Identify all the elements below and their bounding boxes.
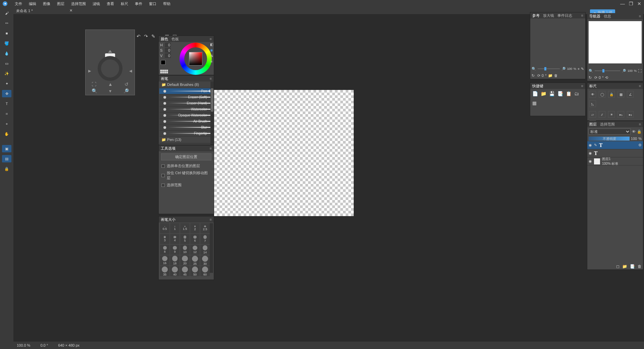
menu-filter[interactable]: 滤镜 [89, 0, 103, 7]
nav-reset-icon[interactable]: ↺ [125, 82, 129, 87]
blend-mode-select[interactable]: 标准 [589, 129, 631, 135]
nav-arrow-right-icon[interactable]: ◀ [129, 69, 132, 73]
tab-close-icon[interactable]: ✕ [69, 8, 72, 13]
ruler-grid-icon[interactable]: ▦ [617, 91, 624, 98]
brush-size-cell[interactable]: 2.5 [200, 223, 210, 233]
rotate-icon[interactable]: ↻ [532, 73, 535, 78]
new-folder-icon[interactable]: 📁 [622, 264, 627, 269]
option-ctrl-move[interactable]: 按住 Ctrl 键切换到移动图层 [159, 169, 214, 182]
color-list-icon[interactable]: ≡ [211, 60, 213, 63]
nav-arrow-left-icon[interactable]: ▶ [88, 69, 91, 73]
eyedrop-icon[interactable]: ⌖ [578, 67, 580, 71]
brush-size-cell[interactable]: 1 [170, 223, 180, 233]
tool-rect[interactable]: ■ [2, 30, 11, 37]
window-close-icon[interactable]: ✕ [637, 1, 641, 6]
brush-size-cell[interactable]: 5 [180, 234, 190, 244]
tool-brush[interactable]: 🖌 [2, 9, 11, 17]
tool-eyedropper[interactable]: ⌖ [2, 120, 11, 128]
panel-menu-icon[interactable]: ≡ [639, 14, 641, 18]
pen-icon[interactable]: ✎ [581, 67, 584, 71]
brush-size-cell[interactable]: 50 [190, 266, 200, 276]
menu-help[interactable]: 帮助 [160, 0, 174, 7]
tool-watercolor[interactable]: 💧 [2, 50, 11, 57]
duplicate-layer-icon[interactable]: 📑 [630, 264, 635, 269]
option-click-layer[interactable]: 选择单击位置的图层 [159, 162, 214, 169]
brush-size-cell[interactable]: 20 [180, 255, 190, 265]
tool-hand[interactable]: ✋ [2, 130, 11, 138]
nav-zoom-value[interactable]: 100 [628, 69, 633, 72]
layer-visibility-icon[interactable]: ◉ [589, 151, 592, 155]
nav-marker-up-icon[interactable]: ▲ [108, 82, 113, 87]
brush-size-cell[interactable]: 1.5 [180, 223, 190, 233]
tool-wand[interactable]: ✨ [2, 70, 11, 77]
menu-scale[interactable]: 标尺 [117, 0, 132, 7]
info-tab[interactable]: 信息 [604, 14, 611, 19]
ref-tab[interactable]: 参考 [532, 13, 540, 18]
brush-scrollbar[interactable] [210, 82, 214, 145]
menu-window[interactable]: 窗口 [146, 0, 160, 7]
menu-file[interactable]: 文件 [11, 0, 26, 7]
panel-menu-icon[interactable]: ≡ [581, 84, 583, 88]
undo-icon[interactable]: ↶ [137, 34, 141, 39]
opacity-slider[interactable]: 不透明度 [589, 137, 630, 141]
panel-menu-icon[interactable]: ≡ [639, 84, 641, 88]
tool-boxed-1[interactable]: ▣ [2, 145, 11, 152]
brush-group-pen[interactable]: 📁 Pen (13) [159, 137, 213, 143]
event-log-tab[interactable]: 事件日志 [557, 13, 572, 18]
brush-item[interactable]: Air Brush [159, 118, 213, 124]
panel-menu-icon[interactable]: ≡ [210, 77, 212, 81]
color-target-icon[interactable]: ◉ [210, 48, 213, 52]
v-value[interactable]: 0 [165, 53, 171, 58]
nav-fit-icon[interactable]: ⛶ [638, 69, 642, 73]
brush-group-default[interactable]: 📁 Default Brushes (8) [159, 82, 213, 88]
navigator-preview[interactable] [589, 21, 642, 63]
window-maximize-icon[interactable]: ❐ [629, 1, 633, 6]
brush-item[interactable]: Fingertip [159, 131, 213, 137]
delete-layer-icon[interactable]: 🗑 [638, 264, 642, 269]
ruler-p1-icon[interactable]: ▸₁ [617, 111, 624, 118]
brush-size-cell[interactable]: 6 [190, 234, 200, 244]
ruler-ellipse-icon[interactable]: ◯ [599, 91, 605, 98]
ruler-persp1-icon[interactable]: ▱ [589, 111, 596, 118]
zoom-out-icon[interactable]: 🔍 [532, 67, 536, 71]
confirm-layer-position-button[interactable]: 确定图层位置 [161, 153, 211, 160]
layer-lock-icon[interactable]: 🔒 [637, 130, 642, 134]
magnifier-tab[interactable]: 放大镜 [543, 13, 554, 18]
layer-tab[interactable]: 图层 [589, 122, 597, 127]
brush-size-cell[interactable]: 40 [170, 266, 180, 276]
panel-menu-icon[interactable]: ≡ [581, 13, 583, 17]
brush-size-cell[interactable]: 12 [190, 245, 200, 255]
tool-fill[interactable]: 🪣 [2, 40, 11, 47]
tool-move[interactable]: ✥ [2, 90, 11, 97]
layer-visibility-icon[interactable]: ◉ [589, 143, 592, 147]
ruler-radial-icon[interactable]: ☀ [608, 111, 615, 118]
nav-zoom-out-icon[interactable]: 🔍 [92, 88, 97, 94]
nav-zoom-in-icon[interactable]: 🔎 [123, 88, 129, 94]
panel-menu-icon[interactable]: ≡ [210, 217, 212, 221]
navigation-popup[interactable]: ▶ ◀ ⛶ ▲ ↺ 🔍 ▾ 🔎 [85, 30, 135, 95]
sc-grid-icon[interactable]: ▦ [532, 100, 537, 106]
swatch-tab[interactable]: 色板 [171, 37, 179, 42]
brush-size-cell[interactable]: 8 [160, 245, 169, 255]
brush-item[interactable]: Pen⚙ [159, 88, 213, 94]
s-value[interactable]: 0 [165, 48, 171, 53]
brush-size-cell[interactable]: 0.5 [160, 223, 169, 233]
ref-zoom-value[interactable]: 100 [567, 67, 572, 70]
brush-size-cell[interactable]: 3 [160, 234, 169, 244]
layer-edit-icon[interactable]: ✎ [594, 143, 597, 147]
layer-item[interactable]: ◉T [587, 149, 643, 157]
ruler-lines-icon[interactable]: ⫽ [599, 111, 605, 118]
rotate-reset-icon[interactable]: ⟳ [537, 73, 540, 78]
ruler-tri-icon[interactable]: ◺ [589, 100, 596, 107]
window-minimize-icon[interactable]: — [620, 1, 625, 6]
brush-size-cell[interactable]: 25 [190, 255, 200, 265]
nav-zoom-out-icon[interactable]: 🔍 [589, 69, 593, 73]
nav-marker-icon[interactable]: ▾ [109, 88, 111, 94]
brush-item[interactable]: Eraser (Hard) [159, 100, 213, 106]
nav-angle-value[interactable]: 0 [599, 76, 601, 80]
brush-item[interactable]: Eraser (Soft) [159, 94, 213, 100]
brush-size-cell[interactable]: 60 [200, 266, 210, 276]
brush-size-cell[interactable]: 2 [190, 223, 200, 233]
foreground-color[interactable] [161, 60, 165, 65]
menu-select[interactable]: 选择范围 [68, 0, 89, 7]
